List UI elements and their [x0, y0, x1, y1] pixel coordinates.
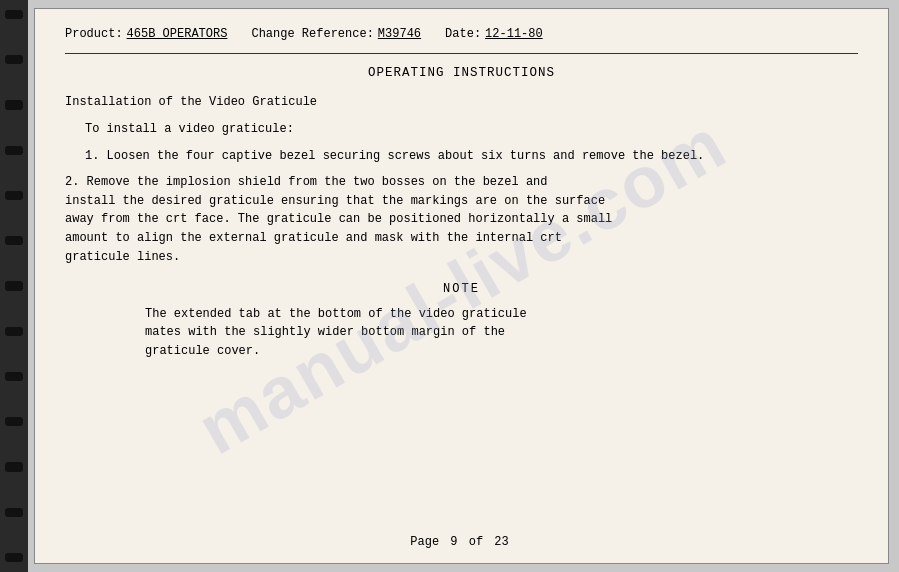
step2-line4: amount to align the external graticule a…: [65, 231, 562, 245]
step1: 1. Loosen the four captive bezel securin…: [85, 147, 858, 166]
binder-hole: [5, 372, 23, 381]
footer-page-num: 9: [450, 535, 457, 549]
page-content: OPERATING INSTRUCTIONS Installation of t…: [65, 64, 858, 527]
note-section: NOTE The extended tab at the bottom of t…: [65, 280, 858, 360]
note-title: NOTE: [65, 280, 858, 299]
binder-hole: [5, 55, 23, 64]
step2: 2. Remove the implosion shield from the …: [65, 173, 858, 266]
change-value: M39746: [378, 27, 421, 41]
note-line1: The extended tab at the bottom of the vi…: [145, 307, 527, 321]
binder-hole: [5, 417, 23, 426]
page-footer: Page 9 of 23: [65, 527, 858, 549]
step2-line1: 2. Remove the implosion shield from the …: [65, 175, 547, 189]
step2-line3: away from the crt face. The graticule ca…: [65, 212, 612, 226]
binder-hole: [5, 553, 23, 562]
binder-hole: [5, 10, 23, 19]
binder-hole: [5, 191, 23, 200]
section-title: OPERATING INSTRUCTIONS: [65, 64, 858, 83]
binder-strip: [0, 0, 28, 572]
binder-hole: [5, 146, 23, 155]
date-label: Date:: [445, 27, 481, 41]
footer-page-label: Page: [410, 535, 439, 549]
footer-of-label: of: [469, 535, 483, 549]
install-intro: To install a video graticule:: [85, 120, 858, 139]
change-label: Change Reference:: [251, 27, 373, 41]
step2-line2: install the desired graticule ensuring t…: [65, 194, 605, 208]
note-line3: graticule cover.: [145, 344, 260, 358]
binder-hole: [5, 281, 23, 290]
product-value: 465B OPERATORS: [127, 27, 228, 41]
header-divider: [65, 53, 858, 54]
note-body: The extended tab at the bottom of the vi…: [145, 305, 858, 361]
binder-hole: [5, 508, 23, 517]
binder-hole: [5, 327, 23, 336]
document-page: manual-live.com Product: 465B OPERATORS …: [34, 8, 889, 564]
note-line2: mates with the slightly wider bottom mar…: [145, 325, 505, 339]
footer-total-pages: 23: [494, 535, 508, 549]
page-container: manual-live.com Product: 465B OPERATORS …: [28, 0, 899, 572]
install-heading: Installation of the Video Graticule: [65, 93, 858, 112]
date-value: 12-11-80: [485, 27, 543, 41]
product-label: Product:: [65, 27, 123, 41]
binder-hole: [5, 462, 23, 471]
document-header: Product: 465B OPERATORS Change Reference…: [65, 27, 858, 41]
step2-line5: graticule lines.: [65, 250, 180, 264]
binder-hole: [5, 100, 23, 109]
binder-hole: [5, 236, 23, 245]
